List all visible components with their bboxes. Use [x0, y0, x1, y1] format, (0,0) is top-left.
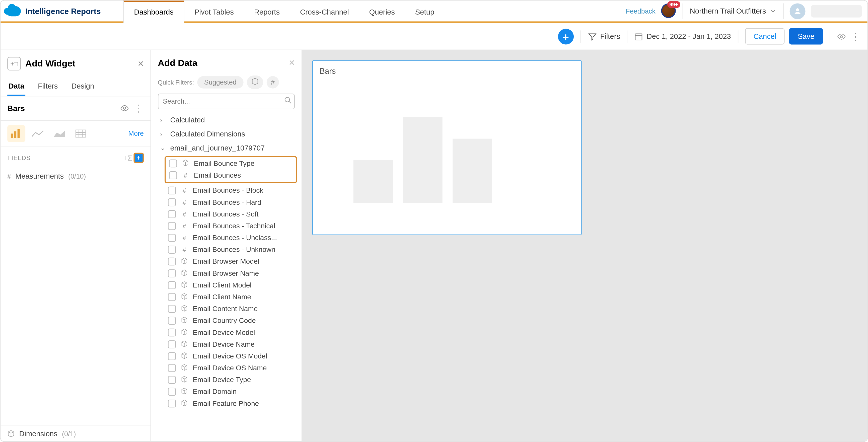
field-item[interactable]: Email Feature Phone — [156, 397, 299, 409]
divider — [830, 30, 830, 42]
tree-category[interactable]: ›Calculated Dimensions — [156, 127, 299, 141]
org-selector[interactable]: Northern Trail Outfitters — [683, 3, 784, 19]
suggested-pill[interactable]: Suggested — [197, 76, 243, 88]
svg-rect-8 — [75, 130, 86, 137]
sub-tab-data[interactable]: Data — [7, 78, 25, 96]
chart-type-table[interactable] — [71, 125, 90, 142]
cancel-button[interactable]: Cancel — [745, 28, 785, 44]
sub-tab-design[interactable]: Design — [70, 78, 95, 96]
date-range-picker[interactable]: Dec 1, 2022 - Jan 1, 2023 — [634, 32, 731, 41]
field-item[interactable]: Email Client Name — [156, 291, 299, 303]
nav-tab-queries[interactable]: Queries — [359, 0, 405, 21]
checkbox[interactable] — [168, 364, 176, 372]
field-item[interactable]: Email Browser Name — [156, 267, 299, 279]
field-item[interactable]: Email Domain — [156, 385, 299, 397]
bars-widget-card[interactable]: Bars — [312, 60, 582, 235]
tree-category[interactable]: ›Calculated — [156, 113, 299, 127]
checkbox[interactable] — [169, 171, 177, 179]
dashboard-canvas[interactable]: Bars — [302, 50, 867, 441]
user-avatar[interactable] — [790, 3, 806, 19]
checkbox[interactable] — [168, 399, 176, 407]
hash-icon: # — [180, 211, 188, 217]
field-item[interactable]: Email Device OS Model — [156, 350, 299, 362]
field-item[interactable]: #Email Bounces - Unknown — [156, 244, 299, 255]
measurements-section[interactable]: # Measurements (0/10) — [0, 168, 151, 184]
chart-type-bar[interactable] — [7, 125, 25, 142]
checkbox[interactable] — [168, 198, 176, 206]
field-item[interactable]: Email Client Model — [156, 279, 299, 291]
close-add-widget-icon[interactable]: × — [138, 58, 144, 69]
chart-type-area[interactable] — [50, 125, 68, 142]
field-label: Email Device Name — [193, 340, 255, 348]
search-input[interactable] — [158, 94, 295, 109]
notification-bell[interactable]: 99+ — [661, 3, 677, 19]
field-item[interactable]: Email Device OS Name — [156, 362, 299, 374]
checkbox[interactable] — [168, 281, 176, 289]
checkbox[interactable] — [168, 340, 176, 348]
add-widget-button[interactable]: ＋ — [558, 28, 574, 44]
dimension-filter-pill[interactable] — [247, 75, 263, 89]
nav-tab-setup[interactable]: Setup — [405, 0, 444, 21]
cube-icon — [180, 328, 188, 336]
checkbox[interactable] — [168, 245, 176, 253]
checkbox[interactable] — [168, 387, 176, 396]
measure-filter-pill[interactable]: # — [267, 76, 279, 88]
field-item[interactable]: #Email Bounces - Technical — [156, 220, 299, 231]
field-item[interactable]: #Email Bounces - Unclass... — [156, 231, 299, 243]
field-item[interactable]: #Email Bounces - Hard — [156, 196, 299, 208]
checkbox[interactable] — [168, 293, 176, 301]
add-field-button[interactable]: + — [133, 153, 144, 163]
widget-more-icon[interactable]: ⋮ — [133, 102, 144, 115]
chevron-icon: ⌄ — [160, 144, 167, 152]
filters-button[interactable]: Filters — [588, 32, 620, 41]
nav-tab-cross-channel[interactable]: Cross-Channel — [290, 0, 359, 21]
user-name-pill — [811, 5, 862, 17]
field-label: Email Bounces - Technical — [193, 222, 275, 229]
sub-tab-filters[interactable]: Filters — [37, 78, 59, 96]
cube-icon — [180, 364, 188, 372]
checkbox[interactable] — [168, 305, 176, 312]
field-item[interactable]: Email Content Name — [156, 303, 299, 314]
field-item[interactable]: Email Country Code — [156, 315, 299, 326]
field-item[interactable]: #Email Bounces - Soft — [156, 208, 299, 220]
field-item[interactable]: Email Device Name — [156, 338, 299, 350]
checkbox[interactable] — [168, 186, 176, 194]
checkbox[interactable] — [168, 352, 176, 360]
close-add-data-icon[interactable]: × — [289, 57, 295, 69]
tree-category[interactable]: ⌄email_and_journey_1079707 — [156, 141, 299, 155]
checkbox[interactable] — [168, 328, 176, 336]
field-item[interactable]: Email Bounce Type — [166, 157, 296, 169]
nav-tab-dashboards[interactable]: Dashboards — [123, 0, 184, 23]
save-button[interactable]: Save — [789, 28, 823, 44]
eye-icon[interactable] — [120, 104, 129, 113]
cube-icon — [180, 305, 188, 312]
fields-label: FIELDS — [7, 155, 31, 161]
checkbox[interactable] — [168, 222, 176, 229]
dimensions-section[interactable]: Dimensions (0/1) — [0, 425, 151, 441]
visibility-toggle-icon[interactable] — [837, 32, 846, 41]
field-item[interactable]: #Email Bounces - Block — [156, 184, 299, 196]
checkbox[interactable] — [168, 317, 176, 324]
more-menu-icon[interactable]: ⋮ — [850, 30, 861, 42]
checkbox[interactable] — [168, 376, 176, 383]
field-item[interactable]: Email Browser Model — [156, 255, 299, 267]
more-chart-types-link[interactable]: More — [128, 130, 144, 137]
hash-icon: # — [180, 199, 188, 206]
checkbox[interactable] — [168, 233, 176, 241]
checkbox[interactable] — [168, 257, 176, 265]
nav-tab-reports[interactable]: Reports — [244, 0, 290, 21]
category-label: Calculated — [170, 116, 205, 124]
field-item[interactable]: Email Device Type — [156, 374, 299, 385]
feedback-link[interactable]: Feedback — [626, 7, 655, 15]
checkbox[interactable] — [168, 210, 176, 218]
sigma-icon[interactable]: +Σ — [123, 154, 132, 162]
svg-point-3 — [840, 35, 843, 37]
field-item[interactable]: #Email Bounces — [166, 169, 296, 181]
chart-type-line[interactable] — [29, 125, 47, 142]
nav-tab-pivot-tables[interactable]: Pivot Tables — [184, 0, 244, 21]
field-item[interactable]: Email Device Model — [156, 326, 299, 338]
checkbox[interactable] — [169, 159, 177, 167]
field-label: Email Bounces - Hard — [193, 198, 261, 206]
checkbox[interactable] — [168, 269, 176, 277]
hash-icon: # — [181, 171, 189, 178]
